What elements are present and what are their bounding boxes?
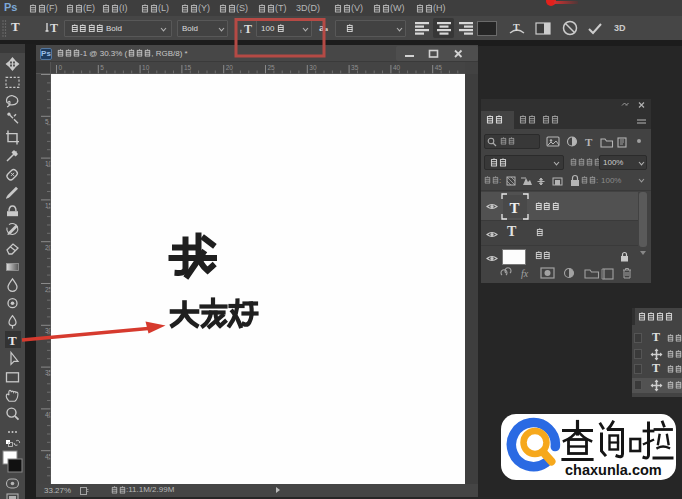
svg-text:40: 40 [393,64,401,71]
svg-text:T: T [585,136,593,148]
svg-text:25: 25 [268,64,276,71]
svg-text:T: T [510,200,520,216]
svg-text:45: 45 [435,64,443,71]
svg-text:15: 15 [184,64,192,71]
svg-text:fx: fx [521,268,529,279]
svg-text:10: 10 [142,64,150,71]
svg-text:20: 20 [226,64,234,71]
svg-text:T: T [513,22,520,33]
svg-text:35: 35 [351,64,359,71]
svg-text:30: 30 [309,64,317,71]
svg-text:T: T [8,333,17,348]
svg-text:0: 0 [59,64,63,71]
svg-text:5: 5 [100,64,104,71]
svg-text:chaxunla.com: chaxunla.com [565,462,662,478]
